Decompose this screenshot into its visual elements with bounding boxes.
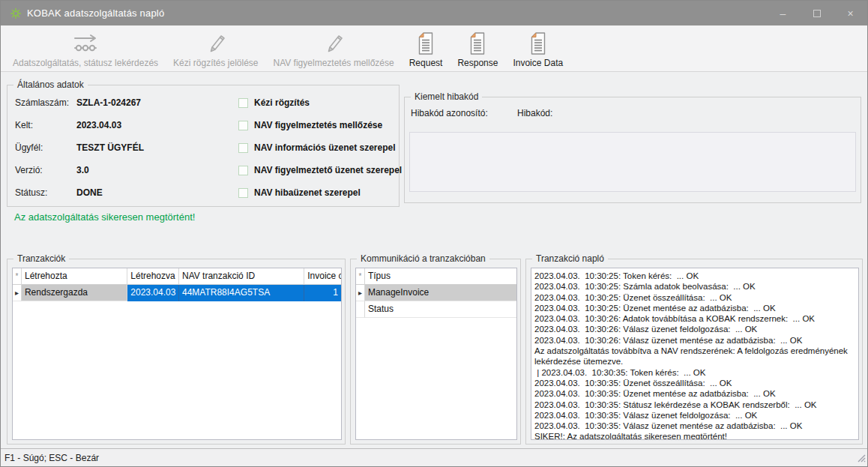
row-indicator-icon: ▸ [13, 285, 22, 301]
toolbar-label: NAV figyelmeztetés mellőzése [274, 58, 394, 68]
checkbox-nav-figyelmezteto-uzenet[interactable] [238, 166, 248, 175]
field-value: DONE [76, 187, 103, 198]
log-line: 2023.04.03. 10:30:25: Számla adatok beol… [534, 281, 855, 292]
window-controls: – × [766, 1, 867, 25]
minimize-icon: – [780, 7, 786, 19]
checkbox-label: NAV figyelmeztetés mellőzése [254, 120, 382, 130]
checkbox-nav-figyelmeztetes-mellozese[interactable] [238, 121, 248, 130]
grid-asterisk-icon: * [356, 268, 365, 285]
kobak-window: KOBAK adatszolgáltatás napló – × Adat [0, 0, 868, 467]
field-label: Státusz: [15, 187, 47, 198]
checkbox-label: Kézi rögzítés [254, 97, 310, 108]
minimize-button[interactable]: – [766, 1, 800, 25]
error-code-label: Hibakód: [517, 108, 552, 118]
resize-grip-icon[interactable] [856, 453, 866, 465]
field-kelt: Kelt: 2023.04.03 [15, 120, 33, 132]
transactions-grid: * Létrehozta Létrehozva NAV tranzakció I… [12, 268, 342, 440]
checkbox-row-nav-hibauzenet: NAV hibaüzenet szerepel [238, 187, 361, 199]
log-line: 2023.04.03. 10:30:35: Válasz üzenet feld… [534, 410, 855, 421]
field-label: Ügyfél: [15, 142, 43, 153]
general-data-group: Általános adatok Számlaszám: SZLA-1-0242… [7, 85, 400, 207]
list-item-manageinvoice[interactable]: ▸ ManageInvoice [356, 285, 516, 301]
column-header-nav-tranzakcio-id[interactable]: NAV tranzakció ID [179, 268, 304, 285]
grid-asterisk-icon: * [13, 268, 22, 285]
group-title: Kiemelt hibakód [411, 91, 482, 103]
toolbar-button-query-status[interactable]: Adatszolgáltatás, státusz lekérdezés [5, 28, 166, 68]
maximize-icon [813, 10, 821, 17]
transactions-grid-header: * Létrehozta Létrehozva NAV tranzakció I… [13, 268, 341, 285]
highlight-error-group: Kiemelt hibakód Hibakód azonosító: Hibak… [404, 97, 861, 203]
transactions-group: Tranzakciók * Létrehozta Létrehozva NAV … [7, 259, 346, 445]
toolbar-label: Response [457, 58, 498, 68]
checkbox-label: NAV figyelmeztető üzenet szerepel [254, 165, 402, 175]
row-indicator-blank [356, 301, 365, 318]
toolbar-button-nav-warning-ignore[interactable]: NAV figyelmeztetés mellőzése [266, 28, 402, 68]
field-verzio: Verzió: 3.0 [15, 165, 43, 177]
field-szamlaszam: Számlaszám: SZLA-1-024267 [15, 97, 69, 109]
log-line: 2023.04.03. 10:30:35: Válasz üzenet ment… [534, 421, 855, 431]
document-icon [528, 31, 548, 56]
checkbox-row-kezi-rogzites: Kézi rögzítés [238, 97, 310, 109]
cell-tipus[interactable]: ManageInvoice [365, 285, 516, 301]
maximize-button[interactable] [800, 1, 834, 25]
table-row[interactable]: ▸ Rendszergazda 2023.04.03 44MATR88I4AG5… [13, 285, 341, 301]
toolbar-label: Adatszolgáltatás, státusz lekérdezés [13, 58, 158, 68]
log-line: Az adatszolgáltatás továbbítva a NAV ren… [534, 346, 855, 356]
toolbar-button-response[interactable]: Response [450, 28, 505, 68]
column-header-invoice-op[interactable]: Invoice op [304, 268, 341, 285]
toolbar-label: Invoice Data [513, 58, 563, 68]
checkbox-nav-informacios-uzenet[interactable] [238, 143, 248, 153]
toolbar-button-invoice-data[interactable]: Invoice Data [505, 28, 570, 68]
toolbar-button-manual-entry[interactable]: Kézi rögzítés jelölése [166, 28, 265, 68]
app-icon [10, 7, 22, 19]
checkbox-nav-hibauzenet[interactable] [238, 188, 248, 198]
log-line: 2023.04.03. 10:30:35: Üzenet mentése az … [534, 388, 855, 399]
log-line: lekérdezése ütemezve. [534, 356, 855, 367]
field-label: Számlaszám: [15, 97, 69, 108]
cell-tipus[interactable]: Status [365, 301, 516, 318]
list-item-status[interactable]: Status [356, 301, 516, 318]
cell-letrehozta[interactable]: Rendszergazda [22, 285, 127, 301]
document-icon [468, 31, 487, 56]
field-value: 2023.04.03 [76, 120, 121, 130]
log-line: 2023.04.03. 10:30:35: Üzenet összeállítá… [534, 378, 855, 388]
log-line: 2023.04.03. 10:30:25: Üzenet összeállítá… [534, 292, 855, 303]
group-title: Tranzakciók [13, 253, 69, 265]
close-button[interactable]: × [834, 1, 867, 25]
statusbar-hint: F1 - Súgó; ESC - Bezár [4, 453, 99, 463]
column-header-letrehozta[interactable]: Létrehozta [22, 268, 127, 285]
field-label: Kelt: [15, 120, 33, 130]
statusbar: F1 - Súgó; ESC - Bezár [1, 448, 867, 466]
log-line: SIKER!: Az adatszolgáltatás sikeresen me… [534, 431, 855, 440]
communication-group: Kommunikáció a tranzakcióban * Típus ▸ M… [350, 259, 521, 445]
field-label: Verzió: [15, 165, 43, 175]
status-message: Az adatszolgáltatás sikeresen megtörtént… [14, 211, 195, 223]
column-header-tipus[interactable]: Típus [365, 268, 516, 285]
toolbar-button-request[interactable]: Request [402, 28, 450, 68]
toolbar-label: Kézi rögzítés jelölése [173, 58, 258, 68]
column-header-letrehozva[interactable]: Létrehozva [127, 268, 179, 285]
communication-grid: * Típus ▸ ManageInvoice Status [355, 268, 517, 440]
checkbox-label: NAV információs üzenet szerepel [254, 142, 396, 153]
checkbox-kezi-rogzites[interactable] [238, 98, 248, 108]
log-line: 2023.04.03. 10:30:25: Üzenet mentése az … [534, 303, 855, 313]
transaction-log-box[interactable]: 2023.04.03. 10:30:25: Token kérés: ... O… [531, 268, 859, 440]
checkbox-row-nav-informacios-uzenet: NAV információs üzenet szerepel [238, 142, 396, 154]
field-value: 3.0 [76, 165, 89, 175]
titlebar[interactable]: KOBAK adatszolgáltatás napló – × [1, 1, 867, 25]
window-title: KOBAK adatszolgáltatás napló [27, 7, 164, 19]
log-line: 2023.04.03. 10:30:26: Adatok továbbítása… [534, 313, 855, 324]
pen-icon [322, 31, 345, 56]
cell-letrehozva[interactable]: 2023.04.03 [127, 285, 179, 301]
cell-nav-tranzakcio-id[interactable]: 44MATR88I4AG5TSA [179, 285, 304, 301]
document-icon [416, 31, 435, 56]
log-line: 2023.04.03. 10:30:26: Válasz üzenet feld… [534, 324, 855, 334]
field-ugyfel: Ügyfél: TESZT ÜGYFÉL [15, 142, 43, 154]
cell-invoice-op[interactable]: 1 [304, 285, 341, 301]
toolbar-label: Request [409, 58, 443, 68]
query-status-icon [72, 31, 99, 56]
log-line: 2023.04.03. 10:30:35: Státusz lekérdezés… [534, 400, 855, 410]
field-value: TESZT ÜGYFÉL [76, 142, 144, 153]
log-line: 2023.04.03. 10:30:25: Token kérés: ... O… [534, 271, 855, 281]
row-indicator-icon: ▸ [356, 285, 365, 301]
